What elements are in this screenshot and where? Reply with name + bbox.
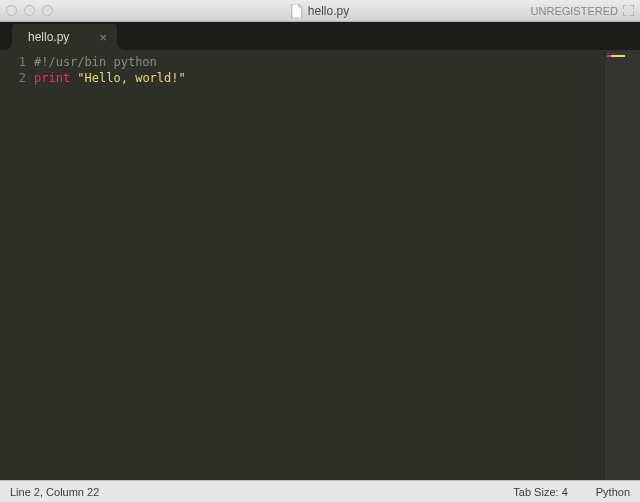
editor-area[interactable]: 1 2 #!/usr/bin pythonprint "Hello, world…: [0, 50, 640, 480]
file-icon: [291, 4, 303, 18]
code-line: #!/usr/bin python: [34, 54, 604, 70]
registration-status: UNREGISTERED: [531, 5, 618, 17]
status-language[interactable]: Python: [596, 486, 630, 498]
close-icon[interactable]: ×: [99, 31, 107, 44]
titlebar-right: UNREGISTERED: [531, 5, 634, 17]
window-title-text: hello.py: [308, 4, 349, 18]
line-number[interactable]: 2: [0, 70, 26, 86]
code-line: print "Hello, world!": [34, 70, 604, 86]
minimap-line: [607, 55, 625, 57]
fullscreen-icon[interactable]: [623, 5, 634, 16]
traffic-lights: [6, 5, 53, 16]
line-number-gutter[interactable]: 1 2: [0, 50, 34, 480]
window-title: hello.py: [291, 4, 349, 18]
minimize-window-button[interactable]: [24, 5, 35, 16]
zoom-window-button[interactable]: [42, 5, 53, 16]
close-window-button[interactable]: [6, 5, 17, 16]
editor-window: hello.py UNREGISTERED hello.py × 1 2 #!/…: [0, 0, 640, 502]
tab-bar[interactable]: hello.py ×: [0, 22, 640, 50]
titlebar[interactable]: hello.py UNREGISTERED: [0, 0, 640, 22]
minimap-line: ━━━━━━━: [607, 52, 638, 54]
line-number[interactable]: 1: [0, 54, 26, 70]
status-tab-size[interactable]: Tab Size: 4: [513, 486, 567, 498]
tab-label: hello.py: [28, 30, 69, 44]
tab-hello-py[interactable]: hello.py ×: [12, 24, 117, 50]
status-bar: Line 2, Column 22 Tab Size: 4 Python: [0, 480, 640, 502]
minimap[interactable]: ━━━━━━━: [604, 50, 640, 480]
code-content[interactable]: #!/usr/bin pythonprint "Hello, world!": [34, 50, 604, 480]
status-cursor-position[interactable]: Line 2, Column 22: [10, 486, 99, 498]
